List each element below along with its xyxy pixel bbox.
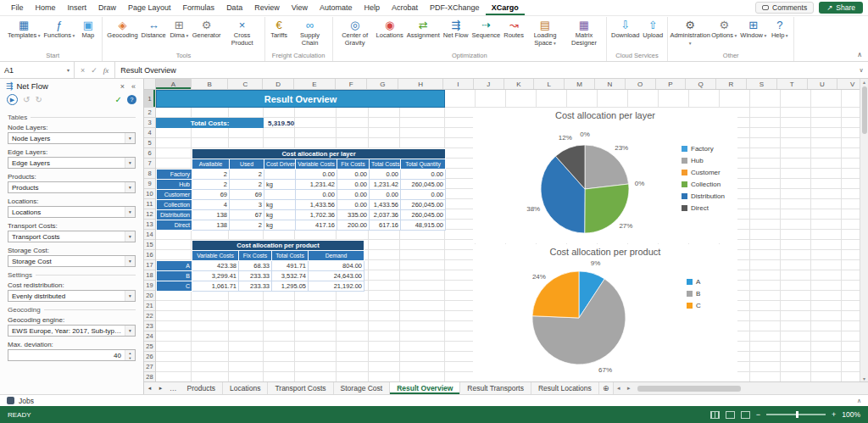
zoom-out-icon[interactable]: −	[756, 410, 760, 419]
zoom-slider-thumb[interactable]	[796, 411, 798, 418]
table-cell[interactable]: 3,532.74	[272, 271, 309, 281]
table-cell[interactable]: 260,045.00	[401, 200, 446, 210]
dropdown-transport-costs[interactable]: Transport Costs▾	[8, 231, 136, 242]
table-column-header-demand[interactable]: Demand	[309, 251, 364, 261]
menu-tab-data[interactable]: Data	[220, 0, 248, 15]
column-header-e[interactable]: E	[294, 79, 336, 89]
row-header-9[interactable]: 9	[144, 179, 155, 189]
menu-tab-draw[interactable]: Draw	[92, 0, 122, 15]
dropdown-locations[interactable]: Locations▾	[8, 206, 136, 218]
run-button[interactable]: ▶	[7, 94, 18, 105]
total-costs-value[interactable]: 5,319.50	[268, 118, 294, 128]
enter-icon[interactable]: ✓	[91, 66, 97, 75]
table-cell[interactable]: 69	[230, 190, 264, 200]
sheet-tab-result-overview[interactable]: Result Overview	[390, 382, 460, 394]
table-column-header-fix-costs[interactable]: Fix Costs	[337, 159, 370, 170]
ribbon-button-distance[interactable]: ↔Distance	[140, 17, 168, 40]
column-header-u[interactable]: U	[808, 79, 838, 89]
table-column-header-fix-costs[interactable]: Fix Costs	[239, 251, 272, 261]
ribbon-button-geocoding[interactable]: ◈Geocoding	[105, 17, 139, 40]
undo-icon[interactable]: ↺	[23, 95, 30, 104]
chevron-down-icon[interactable]: ▾	[125, 231, 135, 242]
row-header-13[interactable]: 13	[144, 220, 155, 230]
table-cell[interactable]: 1,231.42	[370, 180, 401, 190]
chevron-down-icon[interactable]: ▾	[125, 291, 135, 301]
legend-item-direct[interactable]: Direct	[682, 204, 725, 212]
ribbon-button-supply-chain[interactable]: ∞Supply Chain	[291, 17, 330, 47]
ribbon-button-center-of-gravity[interactable]: ◎Center of Gravity	[336, 17, 375, 47]
jobs-label[interactable]: Jobs	[19, 397, 34, 405]
table-column-header-total-costs[interactable]: Total Costs	[370, 159, 401, 170]
table-cell[interactable]: 2	[192, 170, 230, 180]
ribbon-button-tariffs[interactable]: €Tariffs	[268, 17, 291, 40]
layer-pie-chart[interactable]: Cost allocation per layer 0%23%0%27%38%1…	[473, 108, 737, 243]
sheet-tab-transport-costs[interactable]: Transport Costs	[268, 382, 333, 394]
table-column-header-available[interactable]: Available	[192, 159, 230, 170]
vertical-scrollbar[interactable]: ▴ ▾	[860, 79, 868, 381]
add-sheet-icon[interactable]: ⊕	[599, 382, 613, 394]
row-header-15[interactable]: 15	[144, 240, 155, 250]
row-header-25[interactable]: 25	[144, 342, 155, 352]
table-cell[interactable]: 335.00	[337, 210, 370, 220]
menu-tab-xcargo[interactable]: XCargo	[486, 0, 525, 15]
ribbon-button-dima[interactable]: ⊞Dima ▾	[168, 17, 191, 40]
menu-tab-view[interactable]: View	[286, 0, 314, 15]
row-label-a[interactable]: A	[157, 261, 192, 271]
tabs-overflow-indicator[interactable]: …	[166, 382, 181, 394]
legend-item-b[interactable]: B	[687, 290, 701, 298]
table-column-header-cost-driver[interactable]: Cost Driver	[264, 159, 296, 170]
column-header-n[interactable]: N	[595, 79, 626, 89]
table-cell[interactable]: 2	[192, 180, 230, 190]
scrollbar-thumb[interactable]	[637, 386, 741, 392]
table-column-header-total-quantity[interactable]: Total Quantity	[401, 159, 446, 170]
legend-item-factory[interactable]: Factory	[682, 145, 725, 153]
select-all-corner[interactable]	[144, 79, 156, 89]
expand-jobs-icon[interactable]: ∧	[857, 398, 861, 404]
menu-tab-insert[interactable]: Insert	[62, 0, 93, 15]
scroll-down-icon[interactable]: ▾	[863, 376, 865, 381]
table-cell[interactable]: 2	[230, 170, 264, 180]
table-cell[interactable]: 617.16	[370, 220, 401, 231]
table-cell[interactable]: 200.00	[337, 220, 370, 231]
table-cell[interactable]: 1,433.56	[296, 200, 337, 210]
page-layout-view-icon[interactable]	[726, 411, 735, 419]
ribbon-button-generator[interactable]: ⚙Generator	[191, 17, 223, 40]
row-header-11[interactable]: 11	[144, 199, 155, 209]
table-cell[interactable]: kg	[264, 210, 296, 220]
ribbon-button-help[interactable]: ?Help ▾	[768, 17, 791, 40]
column-header-b[interactable]: B	[192, 79, 229, 89]
insert-function-icon[interactable]: fx	[103, 66, 109, 75]
menu-tab-help[interactable]: Help	[359, 0, 387, 15]
row-header-3[interactable]: 3	[144, 118, 155, 128]
ribbon-button-administration[interactable]: ⚙Administration ▾	[670, 17, 709, 47]
table-cell[interactable]: 0.00	[337, 170, 370, 180]
menu-tab-review[interactable]: Review	[248, 0, 286, 15]
ribbon-button-templates[interactable]: ▦Templates ▾	[6, 17, 42, 40]
column-header-o[interactable]: O	[626, 79, 656, 89]
row-header-28[interactable]: 28	[144, 372, 155, 381]
ribbon-button-assignment[interactable]: ⇄Assignment	[405, 17, 442, 40]
validate-icon[interactable]: ✓	[115, 95, 122, 104]
column-header-a[interactable]: A	[156, 79, 192, 89]
total-costs-label[interactable]: Total Costs:	[156, 118, 264, 128]
table-column-header-used[interactable]: Used	[230, 159, 264, 170]
table-cell[interactable]: 48,915.00	[401, 220, 446, 231]
table-cell[interactable]: 0.00	[370, 190, 401, 200]
share-button[interactable]: ↗ Share	[819, 2, 863, 14]
ribbon-button-routes[interactable]: ↝Routes	[502, 17, 526, 40]
row-header-4[interactable]: 4	[144, 128, 155, 138]
dropdown-cost-redistribution[interactable]: Evenly distributed▾	[8, 290, 136, 302]
column-header-m[interactable]: M	[565, 79, 595, 89]
ribbon-button-net-flow[interactable]: ⇶Net Flow	[442, 17, 470, 40]
chevron-down-icon[interactable]: ▾	[125, 326, 135, 336]
scrollbar-thumb[interactable]	[862, 86, 867, 134]
menu-tab-pdf-xchange[interactable]: PDF-XChange	[424, 0, 486, 15]
row-header-2[interactable]: 2	[144, 108, 155, 118]
table-cell[interactable]: 21,192.00	[309, 281, 364, 292]
column-header-l[interactable]: L	[534, 79, 565, 89]
row-header-21[interactable]: 21	[144, 301, 155, 311]
row-label-hub[interactable]: Hub	[157, 180, 192, 190]
table-cell[interactable]: kg	[264, 200, 296, 210]
column-header-i[interactable]: I	[443, 79, 474, 89]
dropdown-geocoding-engine[interactable]: EWS Europe, Year: 2017, Sub-type: Ews▾	[8, 325, 136, 337]
